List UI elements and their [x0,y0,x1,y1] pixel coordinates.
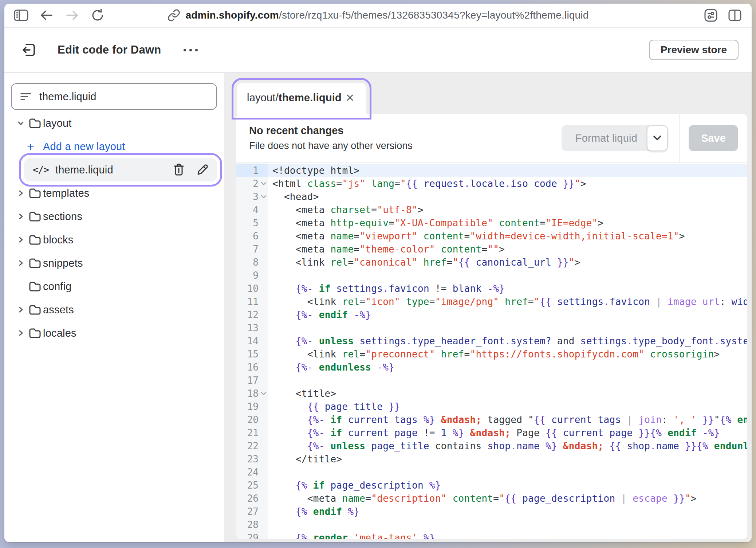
line-number: 14 [236,334,268,348]
code-line[interactable]: <!doctype html> [268,164,747,177]
code-line[interactable]: <meta charset="utf-8"> [268,203,747,216]
sidebar-item-templates[interactable]: templates [4,181,224,205]
close-tab-icon[interactable] [343,91,357,105]
sidebar-item-sections[interactable]: sections [4,205,224,228]
line-number: 11 [236,295,268,308]
editor-main: layout/theme.liquid No recent changes Fi… [225,73,752,542]
code-line[interactable]: <meta name="description" content="{{ pag… [268,492,747,505]
line-number: 15 [236,348,268,361]
code-line[interactable]: <head> [268,190,747,203]
code-line[interactable]: <meta name="viewport" content="width=dev… [268,230,747,243]
file-search-box[interactable] [11,83,217,110]
code-line[interactable]: {%- endif -%} [268,308,747,321]
line-number: 4 [236,203,268,216]
fold-chevron-icon[interactable] [260,391,267,396]
code-line[interactable]: {%- if current_page != 1 %} &ndash; Page… [268,426,747,439]
code-line[interactable]: {% render 'meta-tags' %} [268,531,747,539]
code-line[interactable]: {%- if settings.favicon != blank -%} [268,282,747,295]
code-line[interactable]: {%- endunless -%} [268,361,747,374]
code-line[interactable]: {%- if current_tags %} &ndash; tagged "{… [268,413,747,426]
code-line[interactable]: </title> [268,453,747,466]
fold-chevron-icon[interactable] [260,181,267,186]
code-line[interactable]: <meta name="theme-color" content=""> [268,243,747,256]
code-line[interactable]: {%- unless settings.type_header_font.sys… [268,334,747,348]
url-text: admin.shopify.com/store/rzq1xu-f5/themes… [185,9,588,21]
code-line[interactable]: {% if page_description %} [268,479,747,492]
code-line[interactable]: {%- unless page_title contains shop.name… [268,439,747,453]
chevron-right-icon[interactable] [15,258,27,269]
sidebar-item-theme-liquid[interactable]: </>theme.liquid [4,158,224,181]
fold-chevron-icon[interactable] [260,195,267,199]
code-line[interactable]: <title> [268,387,747,400]
code-editor[interactable]: 1234567891011121314151617181920212223242… [236,163,747,539]
code-line[interactable]: <meta http-equiv="X-UA-Compatible" conte… [268,216,747,230]
sidebar-item-label: locales [43,327,76,339]
code-line[interactable]: <html class="js" lang="{{ request.locale… [268,177,747,190]
browser-settings-icon[interactable] [703,7,719,23]
back-arrow-icon[interactable] [39,7,55,23]
code-line[interactable]: {% endif %} [268,505,747,518]
chevron-right-icon[interactable] [15,304,27,315]
sidebar-item-label: snippets [43,257,83,269]
sidebar-item-blocks[interactable]: blocks [4,228,224,251]
reload-icon[interactable] [90,7,106,23]
tab-theme-liquid[interactable]: layout/theme.liquid [237,83,366,114]
line-number: 29 [236,531,268,539]
sidebar-toggle-icon[interactable] [13,7,29,23]
folder-icon [27,117,43,129]
selected-file-theme-liquid[interactable]: </>theme.liquid [24,158,217,181]
browser-toolbar: admin.shopify.com/store/rzq1xu-f5/themes… [4,4,752,28]
sidebar-item-assets[interactable]: assets [4,298,224,321]
split-view-icon[interactable] [727,7,743,23]
sidebar-item-config[interactable]: config [4,275,224,298]
forward-arrow-icon[interactable] [64,7,80,23]
browser-window: admin.shopify.com/store/rzq1xu-f5/themes… [4,4,752,542]
chevron-right-icon[interactable] [15,211,27,222]
line-number: 28 [236,518,268,531]
sidebar-item-layout[interactable]: layout [4,111,224,135]
chevron-down-icon[interactable] [15,118,27,129]
sidebar-item-label: assets [43,304,74,316]
save-button[interactable]: Save [689,125,738,151]
sidebar-item-locales[interactable]: locales [4,321,224,345]
code-line[interactable] [268,518,747,531]
line-number: 10 [236,282,268,295]
line-number: 17 [236,374,268,387]
code-line[interactable] [268,466,747,479]
folder-icon [27,304,43,316]
code-line[interactable]: <link rel="icon" type="image/png" href="… [268,295,747,308]
selected-file-label: theme.liquid [55,164,113,176]
code-pane[interactable]: <!doctype html><html class="js" lang="{{… [268,163,747,539]
preview-store-button[interactable]: Preview store [649,40,739,60]
chevron-right-icon[interactable] [15,188,27,199]
code-line[interactable] [268,374,747,387]
line-number: 3 [236,190,268,203]
code-line[interactable]: <link rel="canonical" href="{{ canonical… [268,256,747,269]
sidebar-item-snippets[interactable]: snippets [4,251,224,275]
code-line[interactable]: {{ page_title }} [268,400,747,413]
line-number: 25 [236,479,268,492]
exit-editor-icon[interactable] [20,42,37,58]
line-number: 9 [236,269,268,282]
code-line[interactable]: <link rel="preconnect" href="https://fon… [268,348,747,361]
code-file-icon: </> [33,164,49,175]
delete-file-icon[interactable] [173,163,185,176]
tab-label: layout/theme.liquid [247,92,342,104]
search-input[interactable] [39,91,208,103]
more-actions-icon[interactable] [180,45,201,55]
code-line[interactable] [268,321,747,334]
format-options-chevron[interactable] [647,125,668,151]
rename-file-icon[interactable] [196,163,209,176]
code-line[interactable] [268,269,747,282]
folder-icon [27,234,43,246]
folder-icon [27,281,43,292]
sidebar-item-add-a-new-layout[interactable]: +Add a new layout [4,135,224,158]
line-number: 13 [236,321,268,334]
line-number: 24 [236,466,268,479]
app-header: Edit code for Dawn Preview store [4,28,752,73]
chevron-right-icon[interactable] [15,328,27,338]
format-liquid-button[interactable]: Format liquid [562,125,650,151]
chevron-right-icon[interactable] [15,234,27,245]
address-bar[interactable]: admin.shopify.com/store/rzq1xu-f5/themes… [167,9,588,22]
folder-icon [27,211,43,222]
